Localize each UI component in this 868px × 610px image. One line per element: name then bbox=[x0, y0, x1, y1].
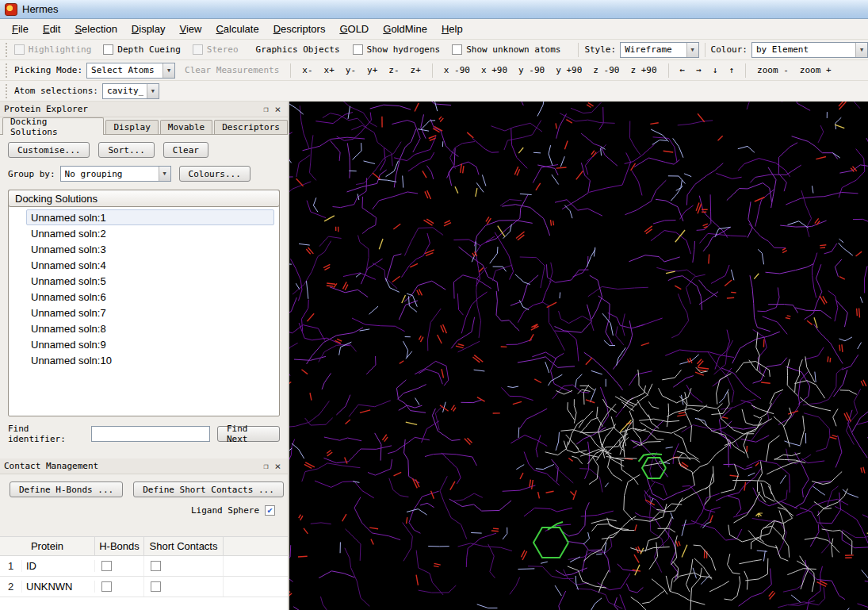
list-item[interactable]: Unnamed soln:9 bbox=[26, 336, 274, 352]
sort-button[interactable]: Sort... bbox=[98, 142, 154, 158]
picking-mode-combobox[interactable]: Select Atoms ▼ bbox=[86, 63, 175, 79]
menu-selection[interactable]: Selection bbox=[67, 21, 124, 37]
menu-gold[interactable]: GOLD bbox=[332, 21, 376, 37]
table-row: 2 UNKNWN bbox=[0, 577, 288, 597]
zoom-out-button[interactable]: zoom - bbox=[752, 63, 793, 77]
rotate-y-minus-90-button[interactable]: y -90 bbox=[514, 63, 549, 77]
list-item[interactable]: Unnamed soln:10 bbox=[26, 352, 274, 368]
contact-management-titlebar[interactable]: Contact Management ❐ × bbox=[0, 458, 288, 474]
translate-up-button[interactable]: ↑ bbox=[724, 63, 739, 77]
app-icon bbox=[5, 3, 17, 16]
column-header-protein: Protein bbox=[0, 537, 95, 555]
checkbox-icon bbox=[353, 44, 363, 55]
atom-selections-combobox[interactable]: cavity_atoms ▼ bbox=[102, 83, 159, 99]
toolbar-grip[interactable] bbox=[6, 63, 9, 78]
menu-display[interactable]: Display bbox=[124, 21, 173, 37]
list-item[interactable]: Unnamed soln:4 bbox=[26, 257, 274, 273]
rotate-x-plus-button[interactable]: x+ bbox=[319, 63, 339, 77]
short-contacts-checkbox[interactable] bbox=[151, 581, 161, 592]
dropdown-arrow-icon: ▼ bbox=[147, 84, 159, 98]
float-panel-icon[interactable]: ❐ bbox=[260, 462, 272, 470]
tab-descriptors[interactable]: Descriptors bbox=[214, 120, 288, 134]
rotate-z-plus-button[interactable]: z+ bbox=[406, 63, 426, 77]
picking-toolbar: Picking Mode: Select Atoms ▼ Clear Measu… bbox=[0, 60, 868, 81]
define-hbonds-button[interactable]: Define H-Bonds ... bbox=[10, 481, 123, 497]
depth-cueing-checkbox[interactable]: Depth Cueing bbox=[103, 44, 180, 55]
hbonds-checkbox[interactable] bbox=[101, 581, 112, 592]
checkbox-icon bbox=[14, 44, 25, 55]
menu-file[interactable]: File bbox=[5, 21, 36, 37]
atom-selections-label: Atom selections: bbox=[14, 86, 98, 96]
rotate-x-plus-90-button[interactable]: x +90 bbox=[476, 63, 512, 77]
menu-edit[interactable]: Edit bbox=[36, 21, 67, 37]
hbonds-cell bbox=[95, 577, 144, 597]
tab-display[interactable]: Display bbox=[105, 120, 158, 134]
molecule-viewport[interactable] bbox=[289, 102, 868, 610]
menu-goldmine[interactable]: GoldMine bbox=[376, 21, 434, 37]
find-next-button[interactable]: Find Next bbox=[217, 426, 280, 442]
rotate-x-minus-button[interactable]: x- bbox=[297, 63, 317, 77]
list-item[interactable]: Unnamed soln:2 bbox=[26, 225, 274, 241]
rotate-z-plus-90-button[interactable]: z +90 bbox=[625, 63, 661, 77]
list-item[interactable]: Unnamed soln:1 bbox=[26, 209, 274, 225]
colour-combobox[interactable]: by Element ▼ bbox=[751, 42, 868, 58]
show-hydrogens-checkbox[interactable]: Show hydrogens bbox=[353, 44, 441, 55]
customise-button[interactable]: Customise... bbox=[8, 142, 90, 158]
tab-movable[interactable]: Movable bbox=[160, 120, 212, 134]
show-unknown-atoms-checkbox[interactable]: Show unknown atoms bbox=[452, 44, 560, 55]
short-contacts-checkbox[interactable] bbox=[151, 561, 161, 571]
menu-help[interactable]: Help bbox=[434, 21, 470, 37]
menu-view[interactable]: View bbox=[173, 21, 209, 37]
zoom-in-button[interactable]: zoom + bbox=[795, 63, 836, 77]
list-item[interactable]: Unnamed soln:8 bbox=[26, 320, 274, 336]
define-short-contacts-button[interactable]: Define Short Contacts ... bbox=[133, 481, 284, 497]
short-contacts-cell bbox=[144, 556, 224, 576]
colour-label: Colour: bbox=[711, 44, 748, 55]
protein-explorer-titlebar[interactable]: Protein Explorer ❐ × bbox=[0, 102, 288, 117]
group-by-combobox[interactable]: No grouping ▼ bbox=[60, 166, 171, 182]
rotate-y-plus-button[interactable]: y+ bbox=[362, 63, 382, 77]
highlighting-checkbox[interactable]: Highlighting bbox=[14, 44, 91, 55]
list-item[interactable]: Unnamed soln:5 bbox=[26, 273, 274, 289]
clear-measurements-button[interactable]: Clear Measurements bbox=[180, 63, 284, 77]
protein-cell: ID bbox=[22, 560, 95, 572]
style-combobox[interactable]: Wireframe ▼ bbox=[620, 42, 698, 58]
stereo-checkbox[interactable]: Stereo bbox=[193, 44, 239, 55]
rotate-y-plus-90-button[interactable]: y +90 bbox=[551, 63, 587, 77]
toolbar-separator bbox=[745, 63, 746, 78]
toolbar-grip[interactable] bbox=[6, 84, 9, 98]
translate-left-button[interactable]: ← bbox=[675, 63, 690, 77]
find-identifier-input[interactable] bbox=[91, 426, 210, 442]
list-item[interactable]: Unnamed soln:3 bbox=[26, 241, 274, 257]
menu-calculate[interactable]: Calculate bbox=[208, 21, 266, 37]
menu-descriptors[interactable]: Descriptors bbox=[266, 21, 333, 37]
stereo-label: Stereo bbox=[207, 44, 239, 55]
graphics-objects-button[interactable]: Graphics Objects bbox=[251, 43, 345, 56]
tab-docking-solutions[interactable]: Docking Solutions bbox=[2, 117, 104, 135]
close-panel-icon[interactable]: × bbox=[272, 461, 284, 471]
rotate-x-minus-90-button[interactable]: x -90 bbox=[439, 63, 475, 77]
rotate-y-minus-button[interactable]: y- bbox=[341, 63, 361, 77]
column-header-filler bbox=[224, 537, 288, 555]
docking-solutions-list-box: Docking Solutions Unnamed soln:1 Unnamed… bbox=[8, 190, 280, 416]
list-item[interactable]: Unnamed soln:7 bbox=[26, 305, 274, 320]
row-number: 2 bbox=[0, 581, 22, 593]
translate-right-button[interactable]: → bbox=[691, 63, 706, 77]
group-by-value: No grouping bbox=[65, 169, 155, 179]
protein-explorer-tabs: Docking Solutions Display Movable Descri… bbox=[0, 117, 288, 135]
hbonds-checkbox[interactable] bbox=[101, 561, 112, 571]
list-item[interactable]: Unnamed soln:6 bbox=[26, 289, 274, 305]
colours-button[interactable]: Colours... bbox=[179, 166, 250, 182]
wireframe-canvas[interactable] bbox=[289, 102, 868, 610]
rotate-z-minus-button[interactable]: z- bbox=[384, 63, 403, 77]
translate-down-button[interactable]: ↓ bbox=[708, 63, 723, 77]
clear-button[interactable]: Clear bbox=[163, 142, 208, 158]
toolbar-grip[interactable] bbox=[6, 43, 9, 57]
display-toolbar: Highlighting Depth Cueing Stereo Graphic… bbox=[0, 40, 868, 60]
ligand-sphere-checkbox[interactable]: ✔ bbox=[265, 505, 275, 516]
dropdown-arrow-icon: ▼ bbox=[159, 167, 170, 181]
float-panel-icon[interactable]: ❐ bbox=[260, 105, 272, 113]
rotate-z-minus-90-button[interactable]: z -90 bbox=[588, 63, 624, 77]
close-panel-icon[interactable]: × bbox=[272, 104, 284, 114]
check-icon: ✔ bbox=[267, 506, 273, 515]
